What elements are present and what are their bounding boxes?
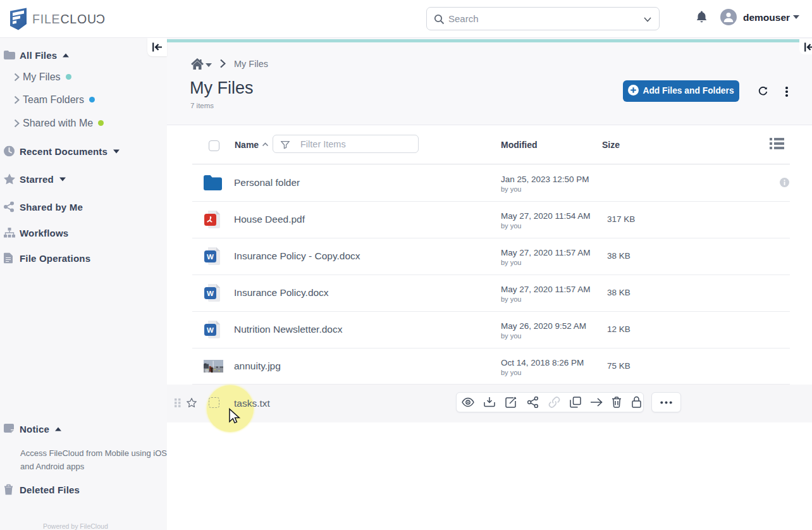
svg-text:W: W — [207, 326, 214, 334]
svg-text:W: W — [207, 253, 214, 261]
svg-text:W: W — [207, 290, 214, 297]
